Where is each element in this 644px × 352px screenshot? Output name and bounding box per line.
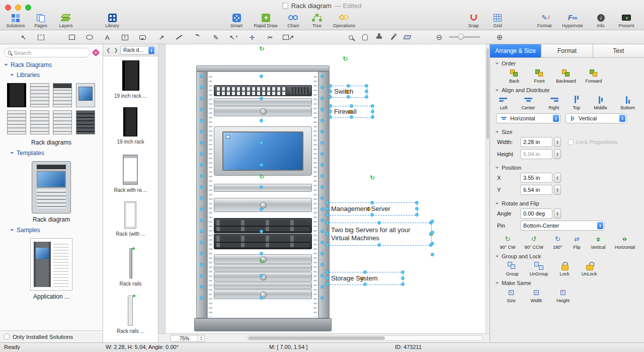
selection-handle-icon[interactable] — [415, 201, 419, 204]
selection-handle-icon[interactable] — [200, 252, 203, 255]
selection-handle-icon[interactable] — [329, 104, 332, 108]
selection-handle-icon[interactable] — [260, 75, 263, 78]
selection-handle-icon[interactable] — [320, 196, 324, 200]
ungroup-button[interactable]: UnGroup — [527, 261, 550, 276]
ellipse-tool[interactable] — [82, 32, 97, 43]
unlock-button[interactable]: UnLock — [579, 261, 600, 276]
width-input[interactable]: 2.28 in — [520, 137, 552, 147]
selection-handle-icon[interactable] — [431, 231, 434, 234]
height-input[interactable]: 5.04 in — [520, 149, 552, 159]
library-thumbnail[interactable] — [30, 83, 49, 107]
selection-handle-icon[interactable] — [370, 213, 374, 217]
selection-handle-icon[interactable] — [260, 207, 263, 211]
rotate-90ccw-button[interactable]: ↺90° CCW — [522, 235, 546, 250]
library-item[interactable]: Rack rails ... — [117, 296, 144, 342]
minimize-window-button[interactable] — [15, 5, 21, 11]
selection-handle-icon[interactable] — [200, 219, 203, 222]
selection-handle-icon[interactable] — [200, 263, 203, 266]
library-forward-button[interactable]: ❯ — [113, 46, 119, 54]
selection-handle-icon[interactable] — [200, 230, 203, 233]
selection-handle-icon[interactable] — [326, 207, 329, 210]
select-tool[interactable]: ↖ — [16, 32, 31, 43]
selection-handle-icon[interactable] — [200, 174, 203, 178]
selection-handle-icon[interactable] — [371, 104, 374, 108]
angle-stepper[interactable]: ▲▼ — [554, 208, 561, 219]
selection-handle-icon[interactable] — [365, 90, 368, 93]
selection-handle-icon[interactable] — [320, 252, 324, 255]
selection-handle-icon[interactable] — [320, 163, 324, 167]
selection-handle-icon[interactable] — [326, 221, 329, 225]
selection-handle-icon[interactable] — [320, 241, 324, 244]
selection-handle-icon[interactable] — [320, 263, 324, 266]
selection-handle-icon[interactable] — [320, 152, 324, 156]
selection-handle-icon[interactable] — [200, 296, 203, 300]
selection-handle-icon[interactable] — [326, 201, 329, 204]
order-back-button[interactable]: Back — [504, 68, 524, 84]
scrollbar-thumb[interactable] — [248, 336, 385, 340]
smart-button[interactable]: Smart — [224, 13, 249, 28]
selection-handle-icon[interactable] — [200, 241, 203, 244]
selection-handle-icon[interactable] — [320, 86, 324, 89]
selection-handle-icon[interactable] — [326, 283, 329, 286]
selection-handle-icon[interactable] — [200, 274, 203, 277]
distribute-vertical-dropdown[interactable]: Vertical ▲▼ — [566, 113, 627, 123]
zoom-slider-thumb[interactable] — [458, 34, 464, 40]
align-left-button[interactable]: Left — [499, 95, 508, 110]
group-button[interactable]: Group — [502, 261, 522, 276]
flip-vertical-button[interactable]: Vertical — [587, 235, 609, 250]
rapid-draw-button[interactable]: Rapid Draw — [251, 13, 281, 28]
selection-handle-icon[interactable] — [326, 232, 329, 236]
add-point-tool[interactable]: ✛ — [245, 32, 260, 43]
pages-button[interactable]: Pages — [29, 13, 52, 28]
library-thumbnail[interactable] — [7, 83, 26, 107]
label-management-server[interactable]: Management Server — [327, 202, 418, 216]
library-item[interactable]: Rack rails — [120, 248, 142, 295]
selection-handle-icon[interactable] — [260, 252, 263, 255]
selection-handle-icon[interactable] — [377, 221, 381, 225]
selection-handle-icon[interactable] — [320, 296, 324, 300]
solutions-badge-icon[interactable] — [92, 49, 100, 57]
selection-handle-icon[interactable] — [260, 97, 263, 100]
selection-handle-icon[interactable] — [401, 283, 405, 286]
flip-button[interactable]: ⇄Flip — [570, 235, 585, 250]
selection-handle-icon[interactable] — [260, 274, 263, 277]
selection-handle-icon[interactable] — [370, 201, 374, 204]
disclosure-triangle-icon[interactable] — [10, 152, 14, 156]
selection-handle-icon[interactable] — [200, 75, 203, 78]
library-back-button[interactable]: ❮ — [105, 46, 112, 54]
rotate-handle-icon[interactable]: ↻ — [370, 174, 375, 181]
selection-handle-icon[interactable] — [329, 95, 332, 99]
library-button[interactable]: Library — [100, 13, 125, 28]
selection-handle-icon[interactable] — [200, 163, 203, 167]
selection-handle-icon[interactable] — [320, 285, 324, 289]
zoom-slider[interactable] — [449, 36, 480, 38]
disclosure-triangle-icon[interactable] — [10, 229, 14, 233]
selection-handle-icon[interactable] — [320, 130, 324, 133]
selection-handle-icon[interactable] — [377, 243, 381, 247]
selection-handle-icon[interactable] — [329, 115, 332, 119]
y-input[interactable]: 6.54 in — [520, 185, 552, 195]
pan-tool[interactable] — [357, 32, 372, 43]
info-button[interactable]: i Info — [590, 13, 612, 28]
selection-handle-icon[interactable] — [401, 276, 405, 280]
order-backward-button[interactable]: Backward — [554, 68, 578, 84]
tab-format[interactable]: Format — [541, 44, 593, 57]
label-big-servers[interactable]: Two big Servers for all your Virtual Mac… — [327, 223, 432, 246]
label-switch[interactable]: Switch — [330, 86, 367, 98]
library-thumbnail[interactable] — [76, 83, 95, 107]
scrollbar-thumb[interactable] — [487, 48, 489, 139]
section-group-header[interactable]: Group and Lock — [495, 253, 639, 259]
section-order-header[interactable]: Order — [495, 60, 639, 66]
section-size-header[interactable]: Size — [495, 129, 639, 135]
library-thumbnail[interactable] — [53, 110, 72, 134]
library-item[interactable]: 19 inch rack ... — [114, 60, 147, 107]
selection-handle-icon[interactable] — [200, 130, 203, 133]
section-position-header[interactable]: Position — [495, 165, 639, 171]
drawing-canvas[interactable]: Switch Firewall Management Server Two bi… — [158, 44, 490, 342]
sidebar-item-templates[interactable]: Templates — [0, 148, 103, 158]
solutions-button[interactable]: Solutions — [4, 13, 27, 28]
layers-button[interactable]: Layers — [54, 13, 77, 28]
align-top-button[interactable]: Top — [573, 95, 581, 110]
snap-button[interactable]: Snap — [462, 13, 485, 28]
lock-proportions-checkbox[interactable] — [568, 139, 574, 145]
